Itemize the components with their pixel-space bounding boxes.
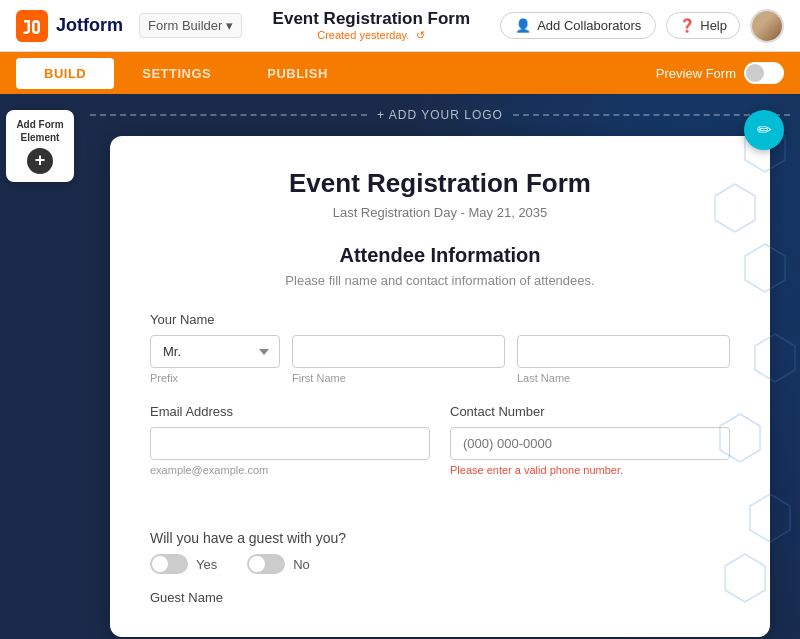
add-logo-button[interactable]: + ADD YOUR LOGO — [377, 108, 503, 122]
yes-toggle[interactable] — [150, 554, 188, 574]
email-hint: example@example.com — [150, 464, 268, 476]
no-toggle-item: No — [247, 554, 310, 574]
first-name-col: First Name — [292, 335, 505, 384]
yes-toggle-knob — [152, 556, 168, 572]
first-name-hint: First Name — [292, 372, 505, 384]
fab-button[interactable]: ✏ — [744, 110, 784, 150]
tab-build[interactable]: BUILD — [16, 58, 114, 89]
email-label: Email Address — [150, 404, 430, 419]
guest-name-label: Guest Name — [150, 590, 730, 605]
preview-form-toggle[interactable] — [744, 62, 784, 84]
logo-area: Jotform — [16, 10, 123, 42]
last-name-col: Last Name — [517, 335, 730, 384]
tab-publish[interactable]: PUBLISH — [239, 58, 356, 89]
last-name-hint: Last Name — [517, 372, 730, 384]
email-group: Email Address example@example.com — [150, 404, 430, 478]
person-plus-icon: 👤 — [515, 18, 531, 33]
no-label: No — [293, 557, 310, 572]
plus-icon: + — [27, 148, 53, 174]
toggle-knob — [746, 64, 764, 82]
no-toggle-knob — [249, 556, 265, 572]
prefix-hint: Prefix — [150, 372, 280, 384]
your-name-row: Mr. Mrs. Ms. Dr. Prof. Prefix First Name… — [150, 335, 730, 384]
no-toggle[interactable] — [247, 554, 285, 574]
guest-question-label: Will you have a guest with you? — [150, 530, 730, 546]
form-card: Event Registration Form Last Registratio… — [110, 136, 770, 637]
add-form-element-label: Add Form Element — [16, 118, 63, 144]
nav-center: Event Registration Form Created yesterda… — [242, 9, 500, 42]
contact-input[interactable] — [450, 427, 730, 460]
builder-area: Add Form Element + + ADD YOUR LOGO — [0, 94, 800, 639]
form-card-title: Event Registration Form — [150, 168, 730, 199]
prefix-select[interactable]: Mr. Mrs. Ms. Dr. Prof. — [150, 335, 280, 368]
contact-label: Contact Number — [450, 404, 730, 419]
left-sidebar: Add Form Element + — [0, 94, 80, 182]
first-name-input[interactable] — [292, 335, 505, 368]
yes-toggle-item: Yes — [150, 554, 217, 574]
toggle-row: Yes No — [150, 554, 730, 574]
nav-right: 👤 Add Collaborators ❓ Help — [500, 9, 784, 43]
avatar-image — [752, 11, 782, 41]
email-input[interactable] — [150, 427, 430, 460]
section-title: Attendee Information — [150, 244, 730, 267]
tab-settings[interactable]: SETTINGS — [114, 58, 239, 89]
add-collaborators-button[interactable]: 👤 Add Collaborators — [500, 12, 656, 39]
prefix-col: Mr. Mrs. Ms. Dr. Prof. Prefix — [150, 335, 280, 384]
form-subtitle: Created yesterday. ↺ — [242, 29, 500, 42]
top-navigation: Jotform Form Builder ▾ Event Registratio… — [0, 0, 800, 52]
form-card-subtitle: Last Registration Day - May 21, 2035 — [150, 205, 730, 220]
your-name-label: Your Name — [150, 312, 730, 327]
form-builder-button[interactable]: Form Builder ▾ — [139, 13, 242, 38]
avatar[interactable] — [750, 9, 784, 43]
add-form-element-button[interactable]: Add Form Element + — [6, 110, 73, 182]
logo-text: Jotform — [56, 15, 123, 36]
chevron-down-icon: ▾ — [226, 18, 233, 33]
form-title: Event Registration Form — [242, 9, 500, 29]
form-builder-label: Form Builder — [148, 18, 222, 33]
jotform-logo-icon — [16, 10, 48, 42]
last-name-input[interactable] — [517, 335, 730, 368]
preview-form-area: Preview Form — [656, 62, 784, 84]
question-circle-icon: ❓ — [679, 18, 695, 33]
help-button[interactable]: ❓ Help — [666, 12, 740, 39]
section-desc: Please fill name and contact information… — [150, 273, 730, 288]
pencil-icon: ✏ — [757, 119, 772, 141]
logo-bar: + ADD YOUR LOGO — [80, 94, 800, 136]
yes-label: Yes — [196, 557, 217, 572]
logo-bar-line-left — [90, 114, 367, 116]
tab-bar: BUILD SETTINGS PUBLISH Preview Form — [0, 52, 800, 94]
contact-group: Contact Number Please enter a valid phon… — [450, 404, 730, 478]
main-canvas[interactable]: + ADD YOUR LOGO ✏ Event Registration For… — [80, 94, 800, 639]
contact-hint: Please enter a valid phone number. — [450, 464, 623, 476]
preview-form-label: Preview Form — [656, 66, 736, 81]
email-contact-row: Email Address example@example.com Contac… — [150, 404, 730, 478]
refresh-icon: ↺ — [416, 29, 425, 41]
